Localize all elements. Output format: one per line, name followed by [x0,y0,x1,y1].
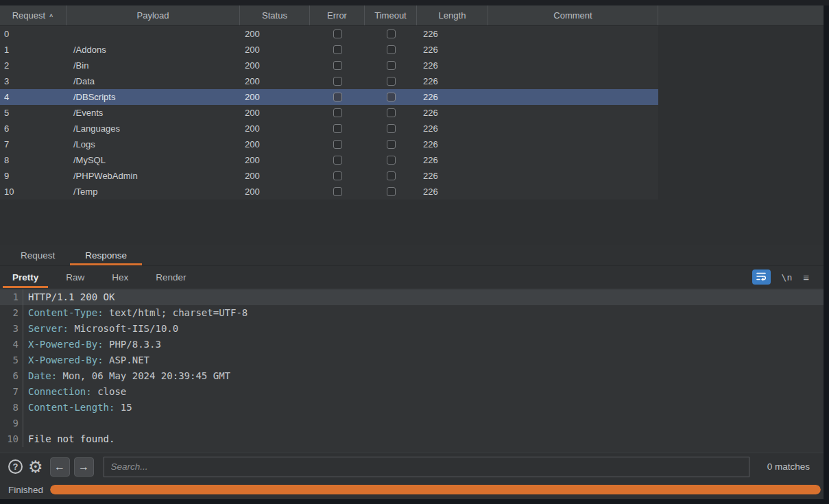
line-number: 8 [0,400,23,416]
cell-request: 8 [0,152,67,168]
cell-error [310,121,365,136]
newline-toggle-icon[interactable]: \n [782,272,793,283]
table-row[interactable]: 0200226 [0,26,658,42]
column-header-comment[interactable]: Comment [488,5,658,25]
cell-timeout [365,121,417,136]
code-line: 5X-Powered-By: ASP.NET [0,352,824,368]
column-header-timeout[interactable]: Timeout [365,5,417,25]
code-line: 6Date: Mon, 06 May 2024 20:39:45 GMT [0,368,824,384]
error-checkbox [333,108,342,117]
table-row[interactable]: 10/Temp200226 [0,184,658,200]
cell-comment [488,152,658,168]
tab-pretty[interactable]: Pretty [3,266,48,288]
cell-request: 2 [0,58,67,73]
cell-status: 200 [240,26,310,42]
code-line: 9 [0,416,824,431]
table-row[interactable]: 8/MySQL200226 [0,152,658,168]
timeout-checkbox [387,61,396,70]
cell-request: 0 [0,26,67,42]
attack-status-bar: Finished [0,480,824,499]
column-header-payload[interactable]: Payload [67,5,240,25]
column-header-error[interactable]: Error [310,5,365,25]
cell-timeout [365,73,417,89]
word-wrap-button[interactable] [752,269,771,285]
cell-status: 200 [240,89,310,105]
tab-raw[interactable]: Raw [56,266,94,288]
column-header-label: Error [327,10,347,21]
timeout-checkbox [387,124,396,133]
table-row[interactable]: 4/DBScripts200226 [0,89,658,105]
error-checkbox [333,140,342,149]
match-count: 0 matches [767,461,815,472]
previous-match-button[interactable]: ← [50,457,70,477]
attack-progress-bar [50,485,821,494]
gear-icon[interactable]: ⚙ [28,459,43,475]
timeout-checkbox [387,140,396,149]
cell-comment [488,168,658,184]
tab-hex[interactable]: Hex [102,266,138,288]
intruder-results-window: Request∧PayloadStatusErrorTimeoutLengthC… [0,0,829,504]
error-checkbox [333,29,342,38]
line-content: Content-Length: 15 [23,400,132,416]
cell-length: 226 [417,42,488,58]
table-row[interactable]: 6/Languages200226 [0,121,658,136]
sort-ascending-icon: ∧ [49,12,53,19]
search-input[interactable] [104,457,749,477]
progress-bar-fill [50,485,821,494]
column-header-filler [658,5,824,25]
editor-actions: \n ≡ [752,266,824,288]
timeout-checkbox [387,108,396,117]
error-checkbox [333,124,342,133]
cell-payload: /Languages [67,121,240,136]
cell-request: 5 [0,105,67,121]
table-row[interactable]: 1/Addons200226 [0,42,658,58]
line-content: Server: Microsoft-IIS/10.0 [23,321,178,337]
column-header-length[interactable]: Length [417,5,488,25]
column-header-status[interactable]: Status [240,5,310,25]
table-row[interactable]: 2/Bin200226 [0,58,658,73]
line-content: File not found. [23,431,115,447]
cell-error [310,168,365,184]
tab-response[interactable]: Response [70,245,142,265]
line-number: 2 [0,305,23,321]
help-icon[interactable]: ? [8,459,23,474]
table-row[interactable]: 3/Data200226 [0,73,658,89]
cell-status: 200 [240,136,310,152]
cell-status: 200 [240,58,310,73]
table-row[interactable]: 7/Logs200226 [0,136,658,152]
next-match-button[interactable]: → [74,457,94,477]
cell-request: 4 [0,89,67,105]
error-checkbox [333,93,342,101]
cell-length: 226 [417,105,488,121]
cell-payload: /Bin [67,58,240,73]
line-number: 5 [0,352,23,368]
cell-error [310,58,365,73]
cell-length: 226 [417,184,488,200]
cell-request: 10 [0,184,67,200]
column-header-label: Payload [137,10,169,21]
response-editor[interactable]: 1HTTP/1.1 200 OK2Content-Type: text/html… [0,288,824,453]
results-table-header: Request∧PayloadStatusErrorTimeoutLengthC… [0,5,824,26]
code-line: 10File not found. [0,431,824,447]
column-header-request[interactable]: Request∧ [0,5,67,25]
cell-comment [488,184,658,200]
table-row[interactable]: 5/Events200226 [0,105,658,121]
cell-payload [67,26,240,42]
cell-comment [488,105,658,121]
cell-timeout [365,42,417,58]
tab-render[interactable]: Render [146,266,195,288]
cell-timeout [365,184,417,200]
line-number: 6 [0,368,23,384]
table-row[interactable]: 9/PHPWebAdmin200226 [0,168,658,184]
cell-error [310,136,365,152]
editor-menu-icon[interactable]: ≡ [803,272,810,283]
tab-request[interactable]: Request [5,245,70,265]
code-line: 7Connection: close [0,384,824,400]
message-viewer-panel: Request Response Pretty Raw Hex Render [0,245,824,499]
cell-length: 226 [417,58,488,73]
cell-comment [488,136,658,152]
cell-timeout [365,152,417,168]
cell-error [310,105,365,121]
code-line: 2Content-Type: text/html; charset=UTF-8 [0,305,824,321]
cell-request: 1 [0,42,67,58]
